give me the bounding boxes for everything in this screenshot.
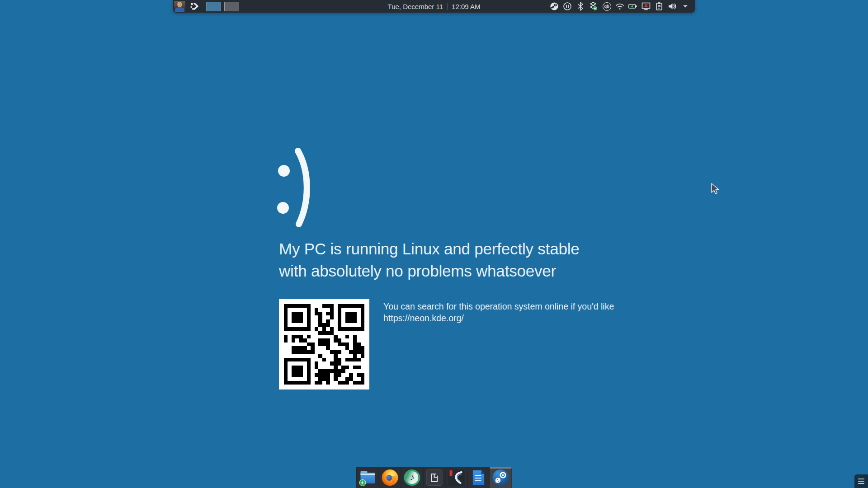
bsod-info-url: https://neon.kde.org/ <box>383 312 614 324</box>
app-launcher-avatar[interactable] <box>174 1 185 12</box>
firefox-icon <box>382 469 398 486</box>
mouse-cursor <box>711 183 722 197</box>
display-error-icon[interactable] <box>641 1 651 11</box>
bsod-heading-line1: My PC is running Linux and perfectly sta… <box>279 238 580 260</box>
libreoffice-icon <box>426 469 443 486</box>
dock-item-libreoffice[interactable] <box>423 467 445 488</box>
pager-desktop-1[interactable] <box>206 2 221 11</box>
writer-document-icon <box>471 469 487 486</box>
volume-icon[interactable] <box>667 1 677 11</box>
dropbox-sync-icon[interactable] <box>589 1 599 11</box>
bsod-info-text: You can search for this operation system… <box>383 299 614 389</box>
clock-date: Tue, December 11 <box>388 3 443 10</box>
clipboard-icon[interactable] <box>654 1 664 11</box>
activities-icon[interactable] <box>188 0 201 12</box>
plus-badge-icon: + <box>359 479 366 486</box>
smiley-face-graphic <box>277 147 320 230</box>
task-manager-dock: + ♪ <box>356 467 512 488</box>
dolphin-file-manager-icon: + <box>359 469 376 486</box>
digital-clock[interactable]: Tue, December 11 12:09 AM <box>388 0 481 13</box>
qbittorrent-label: qb <box>603 2 611 11</box>
qr-code <box>279 299 369 389</box>
expand-caret-icon[interactable] <box>680 1 690 11</box>
steam-icon <box>493 469 509 486</box>
dock-item-writer[interactable] <box>467 467 490 488</box>
bsod-heading: My PC is running Linux and perfectly sta… <box>279 238 580 282</box>
dock-item-firefox[interactable] <box>379 467 401 488</box>
virtual-desktop-pager <box>206 2 239 11</box>
desktop: { "colors": { "desktop_bg": "#1d6ea3", "… <box>0 0 868 488</box>
media-pause-icon[interactable] <box>562 1 572 11</box>
top-panel: Tue, December 11 12:09 AM <box>173 0 695 13</box>
activities-dots-icon <box>189 1 199 11</box>
bsod-heading-line2: with absolutely no problems whatsoever <box>279 260 580 282</box>
okular-icon <box>448 469 465 486</box>
dock-item-dolphin[interactable]: + <box>357 467 379 488</box>
wifi-icon[interactable] <box>615 1 625 11</box>
bluetooth-icon[interactable] <box>576 1 585 11</box>
steam-tray-icon[interactable] <box>549 1 559 11</box>
bsod-info-row: You can search for this operation system… <box>279 299 614 389</box>
pager-desktop-2[interactable] <box>224 2 239 11</box>
dock-item-media-player[interactable]: ♪ <box>401 467 423 488</box>
dock-item-steam[interactable] <box>490 467 512 488</box>
media-player-icon: ♪ <box>404 469 420 486</box>
system-tray: qb <box>549 1 690 11</box>
battery-charging-icon[interactable] <box>628 1 638 11</box>
dock-item-okular[interactable] <box>445 467 467 488</box>
clock-time: 12:09 AM <box>452 3 480 10</box>
qr-code-matrix <box>284 304 364 385</box>
hamburger-menu-icon[interactable] <box>854 474 868 488</box>
bsod-info-line1: You can search for this operation system… <box>383 300 614 312</box>
qbittorrent-icon[interactable]: qb <box>602 1 612 11</box>
clock-separator <box>447 3 448 10</box>
